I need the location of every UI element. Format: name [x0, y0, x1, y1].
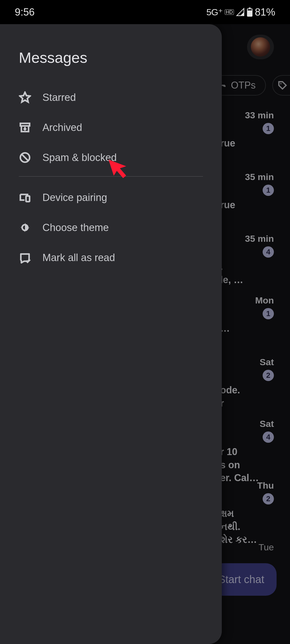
menu-label: Mark all as read — [42, 252, 115, 264]
menu-device-pairing[interactable]: Device pairing — [0, 182, 222, 213]
menu-choose-theme[interactable]: Choose theme — [0, 213, 222, 243]
star-icon — [19, 91, 31, 104]
theme-icon — [19, 221, 31, 234]
menu-label: Archived — [42, 122, 82, 133]
menu-label: Choose theme — [42, 222, 109, 233]
menu-label: Device pairing — [42, 192, 107, 203]
signal-icon — [236, 8, 245, 16]
navigation-drawer: Messages Starred Archived Spam & blocked — [0, 24, 222, 644]
menu-archived[interactable]: Archived — [0, 112, 222, 142]
svg-rect-2 — [248, 9, 252, 10]
status-bar: 9:56 5G⁺ HD 81% — [0, 0, 290, 24]
svg-rect-1 — [249, 8, 251, 8]
svg-rect-5 — [20, 123, 30, 126]
archive-icon — [19, 121, 31, 134]
block-icon — [19, 151, 31, 164]
menu-label: Spam & blocked — [42, 152, 117, 163]
status-time: 9:56 — [15, 6, 35, 18]
menu-label: Starred — [42, 92, 76, 103]
menu-spam-blocked[interactable]: Spam & blocked — [0, 142, 222, 173]
battery-icon — [247, 8, 253, 17]
battery-percent: 81% — [255, 6, 275, 18]
menu-divider — [19, 176, 203, 177]
drawer-title: Messages — [0, 24, 222, 82]
network-type: 5G⁺ — [206, 7, 223, 17]
svg-rect-7 — [26, 196, 30, 202]
drawer-menu: Starred Archived Spam & blocked Device p… — [0, 82, 222, 273]
menu-mark-all-read[interactable]: Mark all as read — [0, 243, 222, 273]
status-right: 5G⁺ HD 81% — [206, 6, 275, 18]
mark-read-icon — [19, 251, 31, 264]
menu-starred[interactable]: Starred — [0, 82, 222, 112]
hd-indicator: HD — [225, 9, 234, 15]
devices-icon — [19, 191, 31, 204]
